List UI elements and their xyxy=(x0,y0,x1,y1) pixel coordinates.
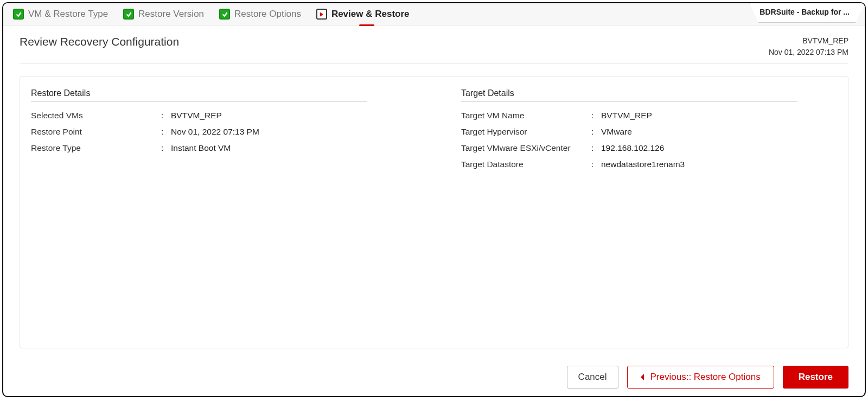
kv-separator: : xyxy=(591,127,601,137)
restore-button[interactable]: Restore xyxy=(783,366,848,389)
check-icon xyxy=(219,9,230,20)
target-details-column: Target Details Target VM Name:BVTVM_REPT… xyxy=(461,88,837,336)
target-detail-value: BVTVM_REP xyxy=(601,111,797,120)
kv-separator: : xyxy=(161,111,171,120)
kv-separator: : xyxy=(591,160,601,169)
chevron-left-icon xyxy=(641,374,645,380)
restore-detail-value: Nov 01, 2022 07:13 PM xyxy=(171,127,367,137)
check-icon xyxy=(13,9,24,20)
target-detail-key: Target VMware ESXi/vCenter xyxy=(461,143,591,153)
review-panel: Restore Details Selected VMs:BVTVM_REPRe… xyxy=(20,76,848,348)
cancel-button[interactable]: Cancel xyxy=(567,366,618,389)
wizard-footer: Cancel Previous:: Restore Options Restor… xyxy=(3,354,865,396)
cancel-button-label: Cancel xyxy=(578,372,607,383)
svg-marker-1 xyxy=(641,374,644,380)
restore-detail-row: Restore Type:Instant Boot VM xyxy=(31,143,367,153)
target-detail-key: Target Datastore xyxy=(461,160,591,169)
kv-separator: : xyxy=(161,127,171,137)
app-tab-label: BDRSuite - Backup for ... xyxy=(760,8,850,16)
restore-detail-value: BVTVM_REP xyxy=(171,111,367,120)
wizard-step-bar: VM & Restore Type Restore Version Restor… xyxy=(3,3,865,26)
target-detail-value: 192.168.102.126 xyxy=(601,143,797,153)
target-detail-key: Target VM Name xyxy=(461,111,591,120)
restore-detail-key: Restore Type xyxy=(31,143,161,153)
step-label: VM & Restore Type xyxy=(28,9,108,20)
previous-button-label: Previous:: Restore Options xyxy=(650,372,761,383)
restore-details-column: Restore Details Selected VMs:BVTVM_REPRe… xyxy=(31,88,407,336)
app-tab[interactable]: BDRSuite - Backup for ... xyxy=(749,3,865,23)
kv-separator: : xyxy=(591,143,601,153)
restore-detail-value: Instant Boot VM xyxy=(171,143,367,153)
step-restore-version[interactable]: Restore Version xyxy=(123,9,204,20)
restore-detail-row: Selected VMs:BVTVM_REP xyxy=(31,111,367,120)
target-detail-row: Target Hypervisor:VMware xyxy=(461,127,797,137)
kv-separator: : xyxy=(591,111,601,120)
page-meta: BVTVM_REP Nov 01, 2022 07:13 PM xyxy=(769,35,848,58)
target-detail-row: Target Datastore:newdatastore1renam3 xyxy=(461,160,797,169)
target-detail-value: VMware xyxy=(601,127,797,137)
target-detail-row: Target VMware ESXi/vCenter:192.168.102.1… xyxy=(461,143,797,153)
step-label: Restore Options xyxy=(234,9,301,20)
check-icon xyxy=(123,9,134,20)
step-label: Restore Version xyxy=(138,9,204,20)
meta-timestamp: Nov 01, 2022 07:13 PM xyxy=(769,47,848,58)
restore-detail-key: Restore Point xyxy=(31,127,161,137)
restore-detail-key: Selected VMs xyxy=(31,111,161,120)
step-vm-restore-type[interactable]: VM & Restore Type xyxy=(13,9,108,20)
page-title: Review Recovery Configuration xyxy=(20,35,179,48)
step-review-restore[interactable]: Review & Restore xyxy=(316,9,410,20)
step-restore-options[interactable]: Restore Options xyxy=(219,9,301,20)
target-detail-row: Target VM Name:BVTVM_REP xyxy=(461,111,797,120)
kv-separator: : xyxy=(161,143,171,153)
play-icon xyxy=(316,9,327,20)
target-details-heading: Target Details xyxy=(461,88,797,102)
previous-button[interactable]: Previous:: Restore Options xyxy=(627,366,774,389)
meta-vm-name: BVTVM_REP xyxy=(769,35,848,47)
step-label: Review & Restore xyxy=(331,9,410,20)
restore-details-heading: Restore Details xyxy=(31,88,367,102)
restore-button-label: Restore xyxy=(799,372,833,383)
target-detail-value: newdatastore1renam3 xyxy=(601,160,797,169)
svg-marker-0 xyxy=(320,12,323,16)
restore-detail-row: Restore Point:Nov 01, 2022 07:13 PM xyxy=(31,127,367,137)
target-detail-key: Target Hypervisor xyxy=(461,127,591,137)
